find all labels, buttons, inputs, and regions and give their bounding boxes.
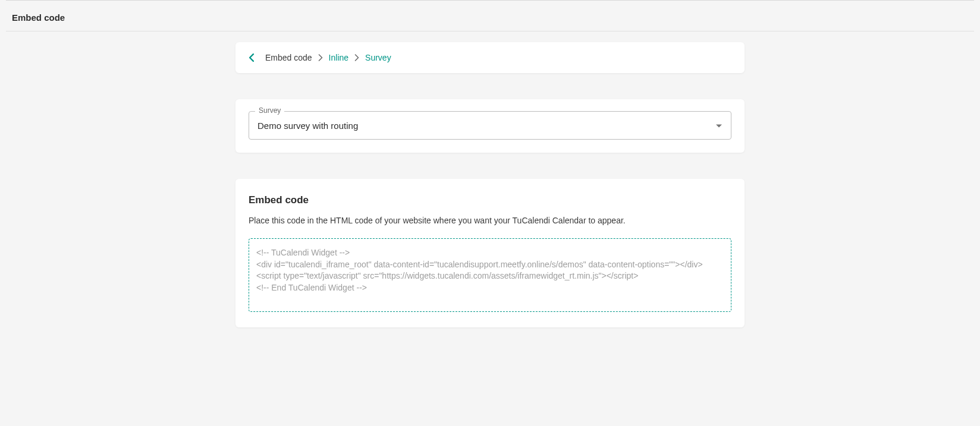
main-content: Embed code Inline Survey Survey Demo sur…	[235, 31, 745, 327]
embed-description: Place this code in the HTML code of your…	[249, 216, 731, 225]
survey-select-label: Survey	[255, 106, 284, 115]
chevron-right-icon	[354, 54, 359, 61]
survey-select-card: Survey Demo survey with routing	[235, 99, 745, 153]
caret-down-icon	[715, 120, 723, 131]
page-header: Embed code	[6, 0, 974, 31]
survey-select[interactable]: Survey Demo survey with routing	[249, 111, 731, 140]
back-icon[interactable]	[249, 53, 255, 62]
breadcrumb-card: Embed code Inline Survey	[235, 42, 745, 73]
survey-select-value: Demo survey with routing	[257, 121, 358, 131]
breadcrumb-inline[interactable]: Inline	[329, 53, 348, 62]
embed-code-box[interactable]: <!-- TuCalendi Widget --> <div id="tucal…	[249, 238, 731, 312]
embed-title: Embed code	[249, 194, 731, 206]
embed-code-card: Embed code Place this code in the HTML c…	[235, 179, 745, 327]
breadcrumb: Embed code Inline Survey	[265, 53, 391, 62]
page-title: Embed code	[12, 12, 968, 23]
breadcrumb-survey[interactable]: Survey	[365, 53, 391, 62]
chevron-right-icon	[318, 54, 323, 61]
breadcrumb-root: Embed code	[265, 53, 312, 62]
